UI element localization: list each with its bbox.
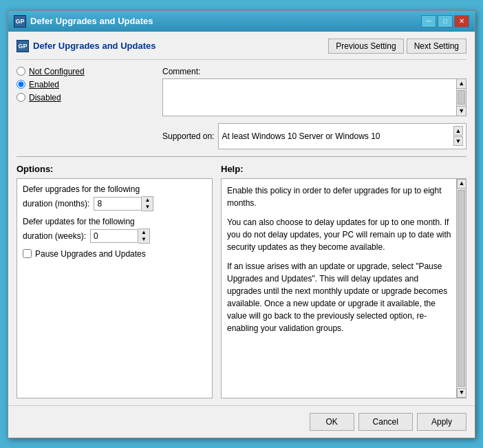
radio-not-configured-label: Not Configured xyxy=(29,67,85,76)
radio-enabled-input[interactable] xyxy=(17,80,25,89)
ok-button[interactable]: OK xyxy=(310,413,354,431)
minimize-button[interactable]: ─ xyxy=(421,15,436,28)
comment-scroll-down[interactable]: ▼ xyxy=(457,106,466,116)
radio-disabled-label: Disabled xyxy=(29,93,61,103)
supported-label: Supported on: xyxy=(162,131,214,141)
supported-scroll-up[interactable]: ▲ xyxy=(453,126,463,136)
prev-setting-button[interactable]: Previous Setting xyxy=(328,39,403,54)
main-window: GP Defer Upgrades and Updates ─ □ ✕ GP D… xyxy=(8,10,475,438)
duration-weeks-down[interactable]: ▼ xyxy=(138,236,149,243)
comment-section: Comment: ▲ ▼ xyxy=(162,67,466,116)
duration-weeks-up[interactable]: ▲ xyxy=(138,229,149,236)
supported-dropdown[interactable]: At least Windows 10 Server or Windows 10… xyxy=(218,123,466,149)
defer-upgrades-text: Defer upgrades for the following xyxy=(23,184,206,194)
dialog-title: GP Defer Upgrades and Updates xyxy=(17,40,155,52)
radio-enabled[interactable]: Enabled xyxy=(17,80,154,89)
help-box: Enable this policy in order to defer upg… xyxy=(221,178,466,398)
sections-row: Options: Defer upgrades for the followin… xyxy=(17,164,466,398)
supported-row: Supported on: At least Windows 10 Server… xyxy=(162,123,466,149)
nav-buttons: Previous Setting Next Setting xyxy=(328,39,466,54)
duration-months-down[interactable]: ▼ xyxy=(142,204,153,211)
supported-scroll-down[interactable]: ▼ xyxy=(453,136,463,146)
apply-button[interactable]: Apply xyxy=(417,413,466,431)
duration-months-spinner: ▲ ▼ xyxy=(94,196,153,211)
help-title: Help: xyxy=(221,164,466,174)
help-para-3: If an issue arises with an update or upg… xyxy=(227,260,453,334)
radio-not-configured-input[interactable] xyxy=(17,67,25,76)
options-title: Options: xyxy=(17,164,213,174)
window-icon: GP xyxy=(14,15,26,28)
pause-checkbox-row: Pause Upgrades and Updates xyxy=(23,249,206,259)
close-button[interactable]: ✕ xyxy=(454,15,469,28)
duration-months-arrows: ▲ ▼ xyxy=(142,196,153,211)
options-section: Options: Defer upgrades for the followin… xyxy=(17,164,213,398)
duration-weeks-row: duration (weeks): ▲ ▼ xyxy=(23,228,206,244)
duration-weeks-label: duration (weeks): xyxy=(23,231,86,241)
comment-label: Comment: xyxy=(162,67,466,76)
header-row: GP Defer Upgrades and Updates Previous S… xyxy=(17,39,466,60)
dialog-icon: GP xyxy=(17,40,29,52)
help-scroll-up[interactable]: ▲ xyxy=(457,179,466,189)
window-content: GP Defer Upgrades and Updates Previous S… xyxy=(8,32,475,405)
title-bar: GP Defer Upgrades and Updates ─ □ ✕ xyxy=(8,11,475,32)
defer-updates-text: Defer updates for the following xyxy=(23,217,206,226)
help-scroll-thumb xyxy=(458,190,465,387)
help-para-1: Enable this policy in order to defer upg… xyxy=(227,184,453,209)
radio-disabled[interactable]: Disabled xyxy=(17,93,154,103)
radio-not-configured[interactable]: Not Configured xyxy=(17,67,154,76)
duration-months-row: duration (months): ▲ ▼ xyxy=(23,196,206,211)
defer-updates-row: Defer updates for the following duration… xyxy=(23,217,206,244)
help-para-2: You can also choose to delay updates for… xyxy=(227,216,453,253)
left-panel: Not Configured Enabled Disabled xyxy=(17,67,154,149)
dialog-title-text: Defer Upgrades and Updates xyxy=(33,41,155,51)
pause-label: Pause Upgrades and Updates xyxy=(35,249,146,259)
radio-enabled-label: Enabled xyxy=(29,80,59,89)
next-setting-button[interactable]: Next Setting xyxy=(407,39,466,54)
duration-weeks-input[interactable] xyxy=(90,229,138,243)
cancel-button[interactable]: Cancel xyxy=(358,413,413,431)
comment-textarea[interactable] xyxy=(162,78,457,116)
help-scroll-down[interactable]: ▼ xyxy=(457,388,466,398)
main-layout: Not Configured Enabled Disabled Comment: xyxy=(17,67,466,149)
title-controls: ─ □ ✕ xyxy=(421,15,469,28)
duration-months-input[interactable] xyxy=(94,197,142,211)
supported-value: At least Windows 10 Server or Windows 10 xyxy=(222,131,380,141)
window-title: Defer Upgrades and Updates xyxy=(30,16,153,26)
radio-disabled-input[interactable] xyxy=(17,93,25,102)
footer: OK Cancel Apply xyxy=(8,405,475,438)
radio-group: Not Configured Enabled Disabled xyxy=(17,67,154,103)
comment-scroll-up[interactable]: ▲ xyxy=(457,79,466,89)
right-panel: Comment: ▲ ▼ Supported on: At least Wind… xyxy=(162,67,466,149)
maximize-button[interactable]: □ xyxy=(438,15,453,28)
duration-months-label: duration (months): xyxy=(23,199,89,209)
supported-scroll: ▲ ▼ xyxy=(453,126,463,146)
help-scrollbar: ▲ ▼ xyxy=(456,179,466,398)
pause-checkbox[interactable] xyxy=(23,249,32,258)
comment-scroll-thumb xyxy=(458,90,465,105)
defer-upgrades-row: Defer upgrades for the following duratio… xyxy=(23,184,206,211)
options-box: Defer upgrades for the following duratio… xyxy=(17,178,213,398)
help-section: Help: Enable this policy in order to def… xyxy=(221,164,466,398)
duration-weeks-arrows: ▲ ▼ xyxy=(138,228,150,244)
divider xyxy=(17,156,466,157)
duration-months-up[interactable]: ▲ xyxy=(142,197,153,204)
duration-weeks-spinner: ▲ ▼ xyxy=(90,228,150,244)
title-bar-left: GP Defer Upgrades and Updates xyxy=(14,15,153,28)
